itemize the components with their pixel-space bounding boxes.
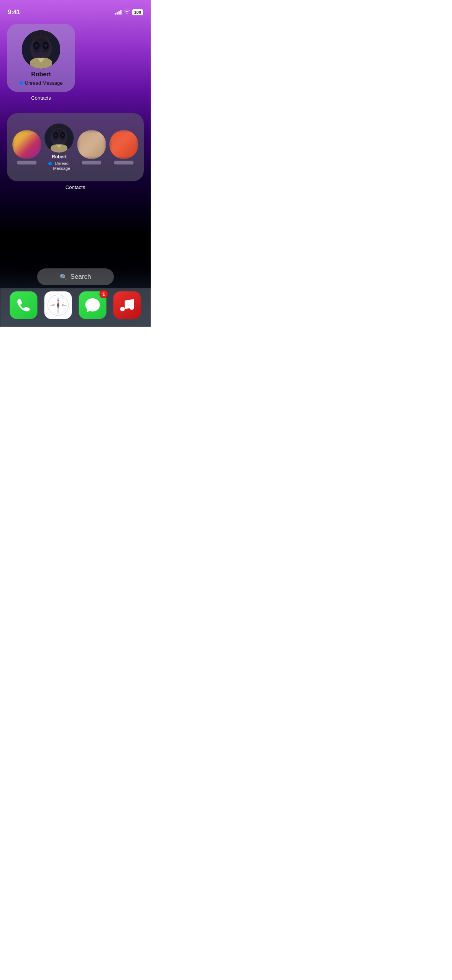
svg-point-20 — [54, 133, 57, 136]
signal-icon — [115, 10, 122, 15]
contact-item-robert[interactable]: Robert UnreadMessage — [44, 123, 74, 171]
dock-app-safari[interactable]: N S E W — [44, 291, 72, 319]
svg-text:E: E — [62, 304, 64, 306]
contact-name-small: Robert — [31, 71, 51, 78]
status-icons: 100 — [115, 9, 143, 15]
contact-item-4[interactable] — [108, 130, 139, 164]
svg-text:W: W — [52, 304, 54, 306]
status-time: 9:41 — [8, 8, 20, 16]
messages-badge: 1 — [100, 290, 108, 298]
svg-point-42 — [57, 304, 59, 306]
contacts-widget-small[interactable]: Robert Unread Message — [7, 24, 75, 92]
contacts-widget-wide[interactable]: Robert UnreadMessage — [7, 113, 144, 181]
dock-app-music[interactable] — [113, 291, 141, 319]
svg-point-29 — [58, 137, 61, 140]
contact-name-robert-wide: Robert — [52, 154, 67, 159]
status-bar: 9:41 100 — [0, 0, 151, 19]
messages-icon — [84, 297, 101, 314]
contacts-widget-wide-label: Contacts — [7, 184, 144, 190]
contact-item-1[interactable] — [12, 130, 42, 164]
contact-status-robert: UnreadMessage — [48, 161, 71, 171]
unread-status-small: Unread Message — [20, 80, 63, 86]
search-button[interactable]: 🔍 Search — [37, 268, 114, 285]
contact-avatar-4 — [109, 130, 138, 159]
unread-dot-small — [20, 81, 23, 85]
svg-point-5 — [35, 44, 38, 48]
search-bar[interactable]: 🔍 Search — [37, 268, 114, 285]
search-icon: 🔍 — [60, 273, 67, 281]
dock: N S E W 1 — [0, 288, 151, 327]
contact-avatar-robert-wide — [44, 123, 74, 153]
contact-name-3-blurred — [82, 161, 101, 164]
unread-text-small: Unread Message — [25, 80, 63, 86]
svg-point-14 — [39, 49, 43, 52]
phone-icon — [16, 298, 31, 313]
dock-app-phone[interactable] — [10, 291, 37, 319]
home-screen: 9:41 100 — [0, 0, 151, 327]
dock-app-messages[interactable]: 1 — [79, 291, 107, 319]
contact-name-4-blurred — [114, 161, 133, 164]
contact-item-3[interactable] — [76, 130, 107, 164]
contacts-widget-small-label: Contacts — [7, 95, 75, 101]
contact-avatar-3 — [77, 130, 106, 159]
search-label: Search — [71, 273, 91, 281]
unread-dot-wide — [48, 162, 52, 165]
safari-icon: N S E W — [47, 294, 69, 316]
music-icon — [120, 297, 135, 314]
svg-point-6 — [44, 44, 47, 48]
contact-avatar-robert — [22, 30, 60, 69]
unread-text-wide: UnreadMessage — [53, 161, 71, 171]
contact-name-1-blurred — [17, 161, 36, 164]
wifi-icon — [124, 9, 130, 15]
battery-icon: 100 — [132, 9, 143, 15]
svg-point-21 — [61, 133, 64, 136]
contact-avatar-1 — [12, 130, 41, 159]
